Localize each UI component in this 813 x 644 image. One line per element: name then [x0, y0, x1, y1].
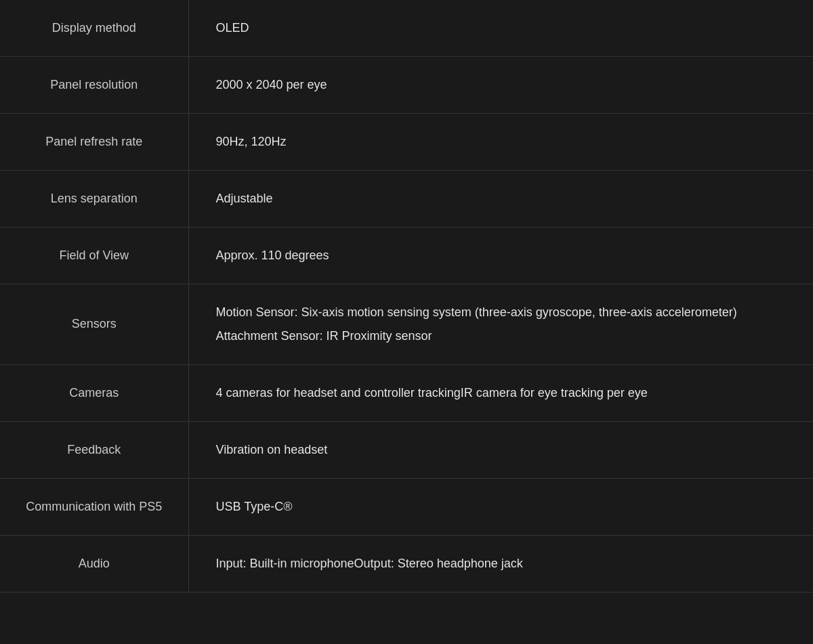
table-row: AudioInput: Built-in microphoneOutput: S… [0, 536, 813, 593]
spec-value: Adjustable [188, 171, 813, 228]
table-row: Panel refresh rate90Hz, 120Hz [0, 114, 813, 171]
spec-label: Lens separation [0, 171, 188, 228]
table-row: Cameras4 cameras for headset and control… [0, 365, 813, 422]
spec-label: Panel refresh rate [0, 114, 188, 171]
spec-value: 4 cameras for headset and controller tra… [188, 365, 813, 422]
spec-label: Communication with PS5 [0, 479, 188, 536]
table-row: Lens separationAdjustable [0, 171, 813, 228]
spec-value: 2000 x 2040 per eye [188, 57, 813, 114]
table-row: SensorsMotion Sensor: Six-axis motion se… [0, 284, 813, 365]
table-row: Field of ViewApprox. 110 degrees [0, 228, 813, 284]
specs-table: Display methodOLEDPanel resolution2000 x… [0, 0, 813, 593]
spec-value: Input: Built-in microphoneOutput: Stereo… [188, 536, 813, 593]
spec-label: Cameras [0, 365, 188, 422]
spec-label: Audio [0, 536, 188, 593]
spec-value: Approx. 110 degrees [188, 228, 813, 284]
spec-label: Sensors [0, 284, 188, 365]
spec-label: Display method [0, 0, 188, 57]
spec-label: Panel resolution [0, 57, 188, 114]
table-row: Communication with PS5USB Type-C® [0, 479, 813, 536]
spec-value: Vibration on headset [188, 422, 813, 479]
spec-label: Feedback [0, 422, 188, 479]
spec-value: USB Type-C® [188, 479, 813, 536]
table-row: Display methodOLED [0, 0, 813, 57]
spec-value: OLED [188, 0, 813, 57]
spec-value: 90Hz, 120Hz [188, 114, 813, 171]
table-row: Panel resolution2000 x 2040 per eye [0, 57, 813, 114]
table-row: FeedbackVibration on headset [0, 422, 813, 479]
spec-value: Motion Sensor: Six-axis motion sensing s… [188, 284, 813, 365]
spec-label: Field of View [0, 228, 188, 284]
